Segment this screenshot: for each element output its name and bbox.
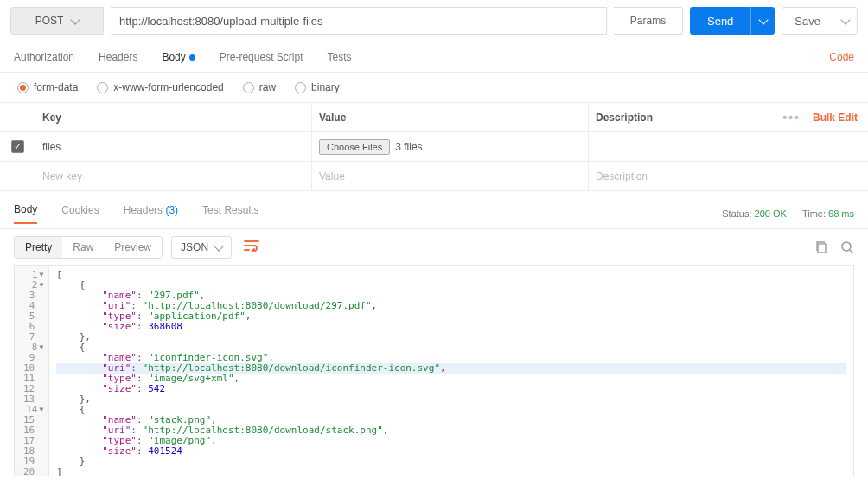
value-cell[interactable]: Choose Files 3 files xyxy=(311,132,588,161)
radio-raw[interactable]: raw xyxy=(243,81,276,93)
file-count-text: 3 files xyxy=(395,141,422,153)
radio-form-data[interactable]: form-data xyxy=(17,81,78,93)
save-dropdown[interactable] xyxy=(833,8,857,34)
svg-point-1 xyxy=(842,242,851,251)
tab-headers[interactable]: Headers xyxy=(99,51,137,63)
resp-tab-headers[interactable]: Headers (3) xyxy=(124,204,178,223)
format-label: JSON xyxy=(181,241,208,253)
tab-prerequest[interactable]: Pre-request Script xyxy=(220,51,303,63)
mode-pretty[interactable]: Pretty xyxy=(15,237,62,258)
params-button[interactable]: Params xyxy=(614,7,683,35)
header-value: Value xyxy=(311,103,588,131)
body-type-radios: form-data x-www-form-urlencoded raw bina… xyxy=(0,73,868,102)
resp-tab-body[interactable]: Body xyxy=(14,203,37,224)
tab-body[interactable]: Body xyxy=(162,51,195,63)
send-label: Send xyxy=(690,15,750,28)
time-label: Time: xyxy=(802,208,826,219)
radio-label: binary xyxy=(311,81,340,93)
form-data-table: Key Value Description ••• Bulk Edit file… xyxy=(0,102,868,191)
search-icon[interactable] xyxy=(840,240,854,254)
send-dropdown[interactable] xyxy=(750,7,775,35)
response-status: Status: 200 OK Time: 68 ms xyxy=(722,208,854,219)
radio-icon xyxy=(17,82,29,93)
tab-tests[interactable]: Tests xyxy=(327,51,351,63)
more-icon[interactable]: ••• xyxy=(782,111,801,125)
code-content: [ { "name": "297.pdf", "uri": "http://lo… xyxy=(49,266,853,476)
radio-icon xyxy=(243,82,254,93)
status-value: 200 OK xyxy=(755,208,787,219)
tab-body-label: Body xyxy=(162,51,185,63)
code-link[interactable]: Code xyxy=(829,51,854,63)
url-input[interactable]: http://localhost:8080/upload-multiple-fi… xyxy=(111,7,607,35)
new-value-input[interactable]: Value xyxy=(311,162,588,190)
chevron-down-icon xyxy=(840,15,850,24)
status-label: Status: xyxy=(722,208,751,219)
response-body-viewer[interactable]: 1 ▼2 ▼3 4 5 6 7 8 ▼9 10 11 12 13 14 ▼15 … xyxy=(14,265,854,476)
bulk-edit-link[interactable]: Bulk Edit xyxy=(813,112,858,124)
line-gutter: 1 ▼2 ▼3 4 5 6 7 8 ▼9 10 11 12 13 14 ▼15 … xyxy=(15,266,49,476)
radio-binary[interactable]: binary xyxy=(295,81,340,93)
radio-label: x-www-form-urlencoded xyxy=(113,81,223,93)
table-header: Key Value Description ••• Bulk Edit xyxy=(0,103,868,132)
url-text: http://localhost:8080/upload-multiple-fi… xyxy=(119,15,323,28)
view-mode-tabs: Pretty Raw Preview xyxy=(14,236,163,259)
key-cell[interactable]: files xyxy=(35,132,311,161)
resp-headers-count: (3) xyxy=(165,204,178,216)
tab-authorization[interactable]: Authorization xyxy=(14,51,74,63)
mode-raw[interactable]: Raw xyxy=(62,237,104,258)
format-dropdown[interactable]: JSON xyxy=(171,236,232,259)
table-row-new: New key Value Description xyxy=(0,162,868,191)
wrap-lines-icon[interactable] xyxy=(240,240,263,255)
header-key: Key xyxy=(35,103,311,131)
table-row: files Choose Files 3 files xyxy=(0,132,868,162)
modified-dot-icon xyxy=(189,54,195,61)
params-label: Params xyxy=(630,15,666,27)
choose-files-button[interactable]: Choose Files xyxy=(319,139,390,155)
method-dropdown[interactable]: POST xyxy=(10,7,104,35)
resp-tab-tests[interactable]: Test Results xyxy=(202,204,258,223)
copy-icon[interactable] xyxy=(814,240,828,254)
chevron-down-icon xyxy=(214,241,223,251)
radio-label: raw xyxy=(259,81,276,93)
method-label: POST xyxy=(35,15,64,27)
radio-icon xyxy=(295,82,306,93)
header-description: Description xyxy=(588,103,773,131)
chevron-down-icon xyxy=(758,15,768,24)
description-cell[interactable] xyxy=(588,132,773,161)
mode-preview[interactable]: Preview xyxy=(104,237,162,258)
radio-icon xyxy=(97,82,108,93)
send-button[interactable]: Send xyxy=(690,7,775,35)
request-tabs: Authorization Headers Body Pre-request S… xyxy=(0,42,868,73)
radio-label: form-data xyxy=(34,81,78,93)
response-tabs: Body Cookies Headers (3) Test Results St… xyxy=(0,198,868,229)
resp-headers-label: Headers xyxy=(124,204,163,216)
new-key-input[interactable]: New key xyxy=(35,162,311,190)
time-value: 68 ms xyxy=(828,208,854,219)
resp-tab-cookies[interactable]: Cookies xyxy=(61,204,99,223)
new-description-input[interactable]: Description xyxy=(588,162,773,190)
viewer-toolbar: Pretty Raw Preview JSON xyxy=(0,229,868,265)
row-checkbox[interactable] xyxy=(11,140,24,153)
save-label: Save xyxy=(782,15,833,28)
svg-rect-0 xyxy=(818,244,826,253)
save-button[interactable]: Save xyxy=(782,7,858,35)
chevron-down-icon xyxy=(71,15,80,24)
radio-urlencoded[interactable]: x-www-form-urlencoded xyxy=(97,81,223,93)
